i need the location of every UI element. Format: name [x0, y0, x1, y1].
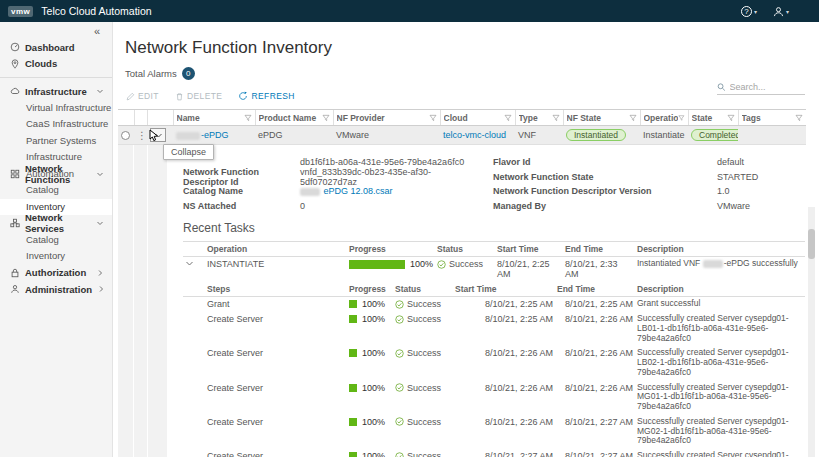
- redacted-text: [176, 132, 200, 140]
- column-header-state[interactable]: State: [688, 110, 738, 126]
- filter-icon[interactable]: [727, 114, 735, 122]
- refresh-button[interactable]: REFRESH: [238, 91, 294, 101]
- nf-state-badge: Instantiated: [566, 129, 626, 141]
- filter-icon[interactable]: [322, 114, 330, 122]
- task-col-status: Status: [435, 242, 495, 257]
- step-status-label: Success: [407, 451, 441, 457]
- step-operation: Grant: [205, 296, 347, 312]
- sidebar-item-virtual-infrastructure[interactable]: Virtual Infrastructure: [0, 100, 112, 117]
- user-menu[interactable]: ▾: [773, 6, 789, 17]
- row-select-radio[interactable]: [121, 131, 130, 140]
- step-row: Create Server 100% Success 8/10/21, 2:26…: [183, 414, 805, 448]
- step-operation: Create Server: [205, 312, 347, 346]
- sidebar-item-clouds[interactable]: Clouds: [0, 56, 112, 73]
- mouse-cursor-icon: [149, 129, 160, 142]
- task-start-time: 8/10/21, 2:25 AM: [495, 257, 563, 282]
- help-menu[interactable]: ? ▾: [741, 6, 757, 17]
- step-progress-value: 100%: [362, 451, 385, 457]
- steps-body: Grant 100% Success 8/10/21, 2:25 AM 8/10…: [183, 296, 805, 457]
- network-services-icon: [10, 218, 20, 228]
- cloud-link[interactable]: telco-vmc-cloud: [443, 130, 506, 140]
- sidebar-item-administration[interactable]: Administration: [0, 281, 112, 298]
- success-check-icon: [395, 349, 404, 358]
- column-header-nf-state[interactable]: NF State: [563, 110, 640, 126]
- steps-col-status: Status: [393, 282, 453, 296]
- sidebar-item-partner-systems[interactable]: Partner Systems: [0, 133, 112, 150]
- step-operation: Create Server: [205, 380, 347, 414]
- sidebar-item-dashboard[interactable]: Dashboard: [0, 39, 112, 56]
- sidebar-item-authorization[interactable]: Authorization: [0, 265, 112, 282]
- success-check-icon: [395, 452, 404, 457]
- step-description: Grant successful: [635, 296, 805, 312]
- collapse-chevrons-icon: «: [94, 25, 100, 37]
- help-icon: ?: [741, 6, 752, 17]
- kebab-menu-icon[interactable]: ⋮: [137, 130, 147, 141]
- nf-provider-cell: VMware: [333, 126, 440, 145]
- success-check-icon: [395, 315, 404, 324]
- step-progress-square: [349, 349, 357, 357]
- flavor-id-value: default: [717, 157, 806, 167]
- step-status-label: Success: [407, 314, 441, 324]
- task-col-start-time: Start Time: [495, 242, 563, 257]
- nf-descriptor-id: vnfd_833b39dc-0b23-435e-af30-5df07027d7a…: [300, 167, 483, 187]
- column-header-type[interactable]: Type: [515, 110, 563, 126]
- step-description: Successfully created Server cysepdg01-LB…: [635, 346, 805, 380]
- steps-col-progress: Progress: [347, 282, 393, 296]
- sidebar-item-infrastructure[interactable]: Infrastructure: [0, 83, 112, 100]
- filter-icon[interactable]: [504, 114, 512, 122]
- filter-icon[interactable]: [552, 114, 560, 122]
- task-expander-chevron-icon[interactable]: [185, 260, 194, 270]
- column-header-operation[interactable]: Operation: [640, 110, 688, 126]
- step-progress-square: [349, 300, 357, 308]
- task-row-instantiate: INSTANTIATE 100% Success 8/10/21, 2:25 A…: [183, 257, 805, 282]
- sidebar-item-ns-catalog[interactable]: Catalog: [0, 232, 112, 249]
- sidebar-item-network-functions[interactable]: Network Functions: [0, 166, 112, 183]
- search-input[interactable]: [730, 82, 805, 92]
- managed-by-value: VMware: [717, 201, 806, 211]
- sidebar-item-nf-catalog[interactable]: Catalog: [0, 182, 112, 199]
- nf-name-link[interactable]: -ePDG: [201, 130, 229, 140]
- step-end-time: 8/10/21, 2:27 AM: [555, 414, 635, 448]
- sidebar-item-network-services[interactable]: Network Services: [0, 215, 112, 232]
- step-description: Successfully created Server cysepdg01-LB…: [635, 312, 805, 346]
- vertical-scrollbar-track[interactable]: [808, 207, 815, 457]
- step-operation: Create Server: [205, 346, 347, 380]
- select-column-header: [118, 110, 134, 126]
- step-row: Create Server 100% Success 8/10/21, 2:26…: [183, 346, 805, 380]
- vertical-scrollbar-thumb[interactable]: [808, 229, 815, 259]
- search-icon: [717, 82, 726, 92]
- step-progress-square: [349, 384, 357, 392]
- expand-column-header: [147, 110, 173, 126]
- network-functions-icon: [10, 169, 20, 179]
- chevron-down-icon: [96, 219, 104, 227]
- catalog-name-link[interactable]: ePDG 12.08.csar: [324, 186, 393, 196]
- total-alarms-label: Total Alarms: [125, 68, 177, 79]
- task-progress-bar: [349, 260, 405, 269]
- filter-icon[interactable]: [795, 114, 803, 122]
- steps-col-end-time: End Time: [555, 282, 635, 296]
- column-header-nf-provider[interactable]: NF Provider: [333, 110, 440, 126]
- sidebar-item-ns-inventory[interactable]: Inventory: [0, 248, 112, 265]
- column-header-cloud[interactable]: Cloud: [440, 110, 515, 126]
- edit-button[interactable]: EDIT: [126, 91, 159, 101]
- lock-icon: [10, 268, 20, 278]
- column-header-name[interactable]: Name: [173, 110, 255, 126]
- filter-icon[interactable]: [629, 114, 637, 122]
- sidebar-collapse-button[interactable]: «: [0, 22, 112, 39]
- success-check-icon: [395, 300, 404, 309]
- success-check-icon: [395, 383, 404, 392]
- sidebar-item-caas-infrastructure[interactable]: CaaS Infrastructure: [0, 116, 112, 133]
- step-start-time: 8/10/21, 2:25 AM: [453, 296, 555, 312]
- step-status-label: Success: [407, 348, 441, 358]
- filter-icon[interactable]: [429, 114, 437, 122]
- column-header-product-name[interactable]: Product Name: [255, 110, 333, 126]
- filter-icon[interactable]: [244, 114, 252, 122]
- caret-down-icon: ▾: [754, 8, 757, 15]
- filter-icon[interactable]: [678, 114, 685, 122]
- delete-button[interactable]: DELETE: [175, 91, 222, 101]
- step-start-time: 8/10/21, 2:26 AM: [453, 380, 555, 414]
- chevron-down-icon: [96, 87, 104, 95]
- column-header-tags[interactable]: Tags: [738, 110, 806, 126]
- step-progress-value: 100%: [362, 299, 385, 309]
- task-steps-table: Steps Progress Status Start Time End Tim…: [183, 282, 805, 457]
